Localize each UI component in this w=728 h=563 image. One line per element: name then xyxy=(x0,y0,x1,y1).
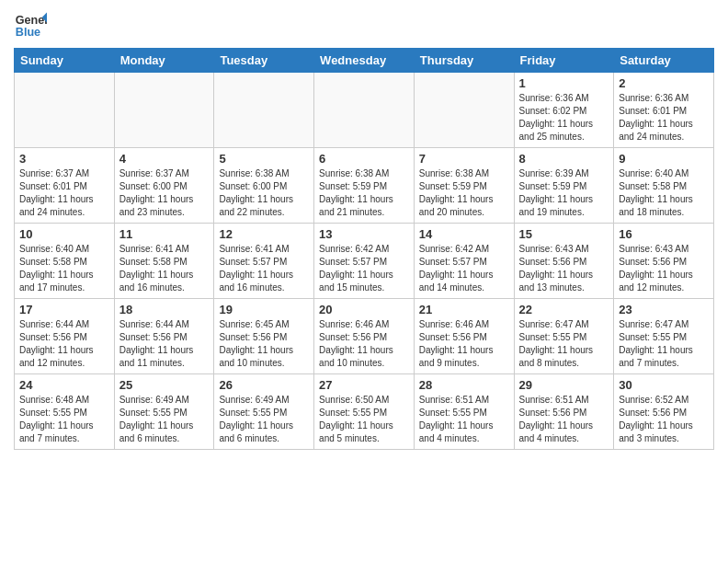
day-info: Sunrise: 6:51 AM Sunset: 5:56 PM Dayligh… xyxy=(519,394,609,445)
day-cell: 15Sunrise: 6:43 AM Sunset: 5:56 PM Dayli… xyxy=(514,224,614,299)
day-cell xyxy=(214,73,314,148)
day-info: Sunrise: 6:38 AM Sunset: 5:59 PM Dayligh… xyxy=(419,167,509,219)
day-number: 25 xyxy=(119,378,210,392)
day-info: Sunrise: 6:36 AM Sunset: 6:02 PM Dayligh… xyxy=(519,92,609,144)
day-number: 19 xyxy=(219,303,309,316)
week-row-4: 24Sunrise: 6:48 AM Sunset: 5:55 PM Dayli… xyxy=(15,374,714,450)
logo-icon: General Blue xyxy=(14,9,47,42)
day-number: 23 xyxy=(619,303,709,316)
weekday-header-wednesday: Wednesday xyxy=(314,49,415,73)
day-info: Sunrise: 6:47 AM Sunset: 5:55 PM Dayligh… xyxy=(519,318,609,370)
day-cell xyxy=(114,73,214,148)
day-cell: 26Sunrise: 6:49 AM Sunset: 5:55 PM Dayli… xyxy=(214,374,314,450)
day-info: Sunrise: 6:40 AM Sunset: 5:58 PM Dayligh… xyxy=(619,167,709,219)
day-info: Sunrise: 6:44 AM Sunset: 5:56 PM Dayligh… xyxy=(119,318,210,370)
day-number: 4 xyxy=(119,152,210,166)
day-cell: 18Sunrise: 6:44 AM Sunset: 5:56 PM Dayli… xyxy=(114,299,214,374)
day-info: Sunrise: 6:37 AM Sunset: 6:01 PM Dayligh… xyxy=(19,167,109,219)
day-info: Sunrise: 6:36 AM Sunset: 6:01 PM Dayligh… xyxy=(619,92,709,144)
day-info: Sunrise: 6:46 AM Sunset: 5:56 PM Dayligh… xyxy=(419,318,509,370)
week-row-3: 17Sunrise: 6:44 AM Sunset: 5:56 PM Dayli… xyxy=(15,299,714,374)
day-cell: 21Sunrise: 6:46 AM Sunset: 5:56 PM Dayli… xyxy=(414,299,514,374)
day-number: 26 xyxy=(219,378,309,392)
day-number: 30 xyxy=(619,378,709,392)
day-cell xyxy=(15,73,115,148)
day-number: 7 xyxy=(419,152,509,166)
day-number: 11 xyxy=(119,227,210,241)
day-number: 13 xyxy=(319,227,409,241)
day-info: Sunrise: 6:47 AM Sunset: 5:55 PM Dayligh… xyxy=(619,318,709,370)
day-cell: 22Sunrise: 6:47 AM Sunset: 5:55 PM Dayli… xyxy=(514,299,614,374)
day-info: Sunrise: 6:45 AM Sunset: 5:56 PM Dayligh… xyxy=(219,318,309,370)
day-info: Sunrise: 6:49 AM Sunset: 5:55 PM Dayligh… xyxy=(119,394,210,445)
day-cell: 27Sunrise: 6:50 AM Sunset: 5:55 PM Dayli… xyxy=(314,374,415,450)
day-cell: 2Sunrise: 6:36 AM Sunset: 6:01 PM Daylig… xyxy=(614,73,714,148)
day-info: Sunrise: 6:42 AM Sunset: 5:57 PM Dayligh… xyxy=(419,243,509,294)
day-cell: 5Sunrise: 6:38 AM Sunset: 6:00 PM Daylig… xyxy=(214,148,314,224)
day-cell: 23Sunrise: 6:47 AM Sunset: 5:55 PM Dayli… xyxy=(614,299,714,374)
day-info: Sunrise: 6:44 AM Sunset: 5:56 PM Dayligh… xyxy=(19,318,109,370)
weekday-header-row: SundayMondayTuesdayWednesdayThursdayFrid… xyxy=(15,49,714,73)
day-number: 27 xyxy=(319,378,409,392)
day-info: Sunrise: 6:50 AM Sunset: 5:55 PM Dayligh… xyxy=(319,394,409,445)
day-cell: 13Sunrise: 6:42 AM Sunset: 5:57 PM Dayli… xyxy=(314,224,415,299)
header: General Blue xyxy=(14,9,714,42)
day-number: 18 xyxy=(119,303,210,316)
day-number: 2 xyxy=(619,76,709,90)
day-cell: 30Sunrise: 6:52 AM Sunset: 5:56 PM Dayli… xyxy=(614,374,714,450)
day-number: 1 xyxy=(519,76,609,90)
day-info: Sunrise: 6:43 AM Sunset: 5:56 PM Dayligh… xyxy=(519,243,609,294)
day-cell: 19Sunrise: 6:45 AM Sunset: 5:56 PM Dayli… xyxy=(214,299,314,374)
day-info: Sunrise: 6:52 AM Sunset: 5:56 PM Dayligh… xyxy=(619,394,709,445)
day-cell: 12Sunrise: 6:41 AM Sunset: 5:57 PM Dayli… xyxy=(214,224,314,299)
day-info: Sunrise: 6:51 AM Sunset: 5:55 PM Dayligh… xyxy=(419,394,509,445)
weekday-header-thursday: Thursday xyxy=(414,49,514,73)
logo: General Blue xyxy=(14,9,47,42)
day-info: Sunrise: 6:46 AM Sunset: 5:56 PM Dayligh… xyxy=(319,318,409,370)
day-number: 24 xyxy=(19,378,109,392)
day-cell: 14Sunrise: 6:42 AM Sunset: 5:57 PM Dayli… xyxy=(414,224,514,299)
weekday-header-sunday: Sunday xyxy=(15,49,115,73)
day-info: Sunrise: 6:49 AM Sunset: 5:55 PM Dayligh… xyxy=(219,394,309,445)
day-number: 14 xyxy=(419,227,509,241)
day-info: Sunrise: 6:38 AM Sunset: 6:00 PM Dayligh… xyxy=(219,167,309,219)
day-cell: 10Sunrise: 6:40 AM Sunset: 5:58 PM Dayli… xyxy=(15,224,115,299)
day-info: Sunrise: 6:40 AM Sunset: 5:58 PM Dayligh… xyxy=(19,243,109,294)
day-cell: 3Sunrise: 6:37 AM Sunset: 6:01 PM Daylig… xyxy=(15,148,115,224)
day-number: 10 xyxy=(19,227,109,241)
day-info: Sunrise: 6:39 AM Sunset: 5:59 PM Dayligh… xyxy=(519,167,609,219)
week-row-2: 10Sunrise: 6:40 AM Sunset: 5:58 PM Dayli… xyxy=(15,224,714,299)
day-info: Sunrise: 6:38 AM Sunset: 5:59 PM Dayligh… xyxy=(319,167,409,219)
day-number: 12 xyxy=(219,227,309,241)
day-cell: 1Sunrise: 6:36 AM Sunset: 6:02 PM Daylig… xyxy=(514,73,614,148)
day-cell: 17Sunrise: 6:44 AM Sunset: 5:56 PM Dayli… xyxy=(15,299,115,374)
page: General Blue SundayMondayTuesdayWednesda… xyxy=(0,0,728,464)
day-cell: 6Sunrise: 6:38 AM Sunset: 5:59 PM Daylig… xyxy=(314,148,415,224)
day-cell: 28Sunrise: 6:51 AM Sunset: 5:55 PM Dayli… xyxy=(414,374,514,450)
day-info: Sunrise: 6:43 AM Sunset: 5:56 PM Dayligh… xyxy=(619,243,709,294)
day-number: 29 xyxy=(519,378,609,392)
day-info: Sunrise: 6:48 AM Sunset: 5:55 PM Dayligh… xyxy=(19,394,109,445)
day-cell: 25Sunrise: 6:49 AM Sunset: 5:55 PM Dayli… xyxy=(114,374,214,450)
day-cell xyxy=(314,73,415,148)
day-cell: 8Sunrise: 6:39 AM Sunset: 5:59 PM Daylig… xyxy=(514,148,614,224)
day-info: Sunrise: 6:42 AM Sunset: 5:57 PM Dayligh… xyxy=(319,243,409,294)
calendar: SundayMondayTuesdayWednesdayThursdayFrid… xyxy=(14,48,714,450)
day-cell: 4Sunrise: 6:37 AM Sunset: 6:00 PM Daylig… xyxy=(114,148,214,224)
day-number: 28 xyxy=(419,378,509,392)
day-number: 22 xyxy=(519,303,609,316)
day-number: 8 xyxy=(519,152,609,166)
weekday-header-monday: Monday xyxy=(114,49,214,73)
day-info: Sunrise: 6:37 AM Sunset: 6:00 PM Dayligh… xyxy=(119,167,210,219)
weekday-header-saturday: Saturday xyxy=(614,49,714,73)
day-info: Sunrise: 6:41 AM Sunset: 5:57 PM Dayligh… xyxy=(219,243,309,294)
weekday-header-friday: Friday xyxy=(514,49,614,73)
day-number: 20 xyxy=(319,303,409,316)
day-cell: 16Sunrise: 6:43 AM Sunset: 5:56 PM Dayli… xyxy=(614,224,714,299)
day-cell: 20Sunrise: 6:46 AM Sunset: 5:56 PM Dayli… xyxy=(314,299,415,374)
day-cell: 29Sunrise: 6:51 AM Sunset: 5:56 PM Dayli… xyxy=(514,374,614,450)
week-row-1: 3Sunrise: 6:37 AM Sunset: 6:01 PM Daylig… xyxy=(15,148,714,224)
day-number: 6 xyxy=(319,152,409,166)
day-number: 9 xyxy=(619,152,709,166)
day-number: 15 xyxy=(519,227,609,241)
